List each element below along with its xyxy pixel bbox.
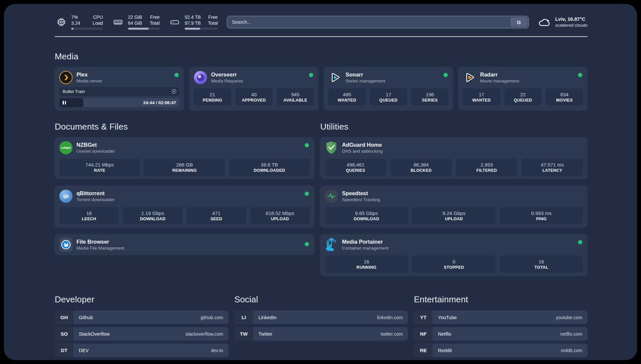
plex-card[interactable]: Plex Media server Bullet Train — [55, 67, 184, 110]
sonarr-description: Series management — [346, 78, 385, 84]
link-twitter[interactable]: TW Twitter twitter.com — [234, 327, 408, 341]
plex-description: Media server — [76, 78, 102, 84]
memory-values: 22 GiB 64 GiB — [128, 15, 142, 26]
overseerr-stat-approved: 40 APPROVED — [235, 88, 273, 106]
nzbget-name: NZBGet — [76, 141, 115, 148]
linkedin-abbr: LI — [234, 311, 253, 324]
adguard-stat-queries: 498,461 QUERIES — [325, 159, 386, 176]
nzbget-stat-downloaded: 39.6 TB DOWNLOADED — [229, 159, 310, 176]
filebrowser-icon — [59, 238, 73, 251]
adguard-icon — [325, 141, 338, 154]
overseerr-status-dot — [309, 73, 313, 77]
speedtest-stat-upload: 9.24 Gbps UPLOAD — [412, 207, 495, 224]
media-section-title: Media — [55, 51, 588, 62]
sonarr-icon — [328, 71, 342, 84]
qbittorrent-name: qBittorrent — [76, 190, 115, 197]
adguard-card[interactable]: AdGuard Home DNS and adblocking 498,461 … — [320, 137, 588, 179]
utilities-section-title: Utilities — [320, 122, 588, 132]
adguard-stat-blocked: 86,384 BLOCKED — [390, 159, 452, 176]
dev-abbr: DT — [55, 344, 74, 357]
link-netflix[interactable]: NF Netflix netflix.com — [414, 327, 588, 341]
adguard-stat-latency: 47.571 ms LATENCY — [522, 159, 583, 176]
portainer-status-dot — [578, 240, 582, 244]
link-youtube[interactable]: YT YouTube youtube.com — [414, 311, 588, 324]
link-github[interactable]: GH Github github.com — [55, 311, 229, 324]
overseerr-card[interactable]: Overseerr Media Requests 21 PENDING 40 A… — [189, 67, 319, 110]
qbittorrent-icon: qb — [59, 190, 73, 203]
sonarr-card[interactable]: Sonarr Series management 485 WANTED 17 Q… — [324, 67, 453, 110]
qbittorrent-description: Torrent downloader — [76, 197, 115, 203]
adguard-name: AdGuard Home — [342, 141, 382, 148]
sonarr-stat-series: 196 SERIES — [411, 88, 448, 106]
portainer-icon — [325, 238, 338, 251]
link-stackoverflow[interactable]: SO StackOverflow stackoverflow.com — [55, 327, 229, 341]
overseerr-stat-pending: 21 PENDING — [194, 88, 231, 106]
radarr-icon — [463, 71, 476, 84]
overseerr-description: Media Requests — [211, 78, 243, 84]
link-reddit[interactable]: RE Reddit reddit.com — [414, 344, 588, 357]
radarr-card[interactable]: Radarr Movie management 17 WANTED 22 QUE… — [458, 67, 588, 110]
qbittorrent-stat-seed: 471 SEED — [187, 207, 246, 224]
github-abbr: GH — [55, 311, 74, 324]
radarr-stat-wanted: 17 WANTED — [463, 88, 500, 106]
portainer-name: Media Portainer — [342, 238, 388, 245]
overseerr-stat-available: 945 AVAILABLE — [277, 88, 314, 106]
social-section-title: Social — [234, 294, 408, 305]
portainer-card[interactable]: Media Portainer Container management 16 … — [320, 234, 588, 276]
adguard-description: DNS and adblocking — [342, 148, 382, 154]
now-playing-row: Bullet Train — [59, 87, 179, 96]
speedtest-description: Speedtest Tracking — [342, 197, 380, 203]
radarr-name: Radarr — [480, 71, 519, 78]
cloud-icon — [538, 15, 551, 29]
social-section: Social LI LinkedIn linkedin.com TW Twitt… — [234, 294, 408, 357]
utilities-section: Utilities AdGuard Home DNS and adblockin… — [320, 122, 588, 276]
link-dev[interactable]: DT DEV dev.to — [55, 344, 229, 357]
speedtest-icon — [325, 190, 338, 203]
entertainment-section: Entertainment YT YouTube youtube.com NF … — [414, 294, 588, 357]
disk-labels: Free Total — [208, 15, 218, 26]
portainer-description: Container management — [342, 245, 388, 251]
radarr-stat-movies: 834 MOVIES — [546, 88, 583, 106]
documents-section-title: Documents & Files — [55, 122, 314, 132]
qbittorrent-stat-upload: 618.52 Mbps UPLOAD — [250, 207, 310, 224]
memory-labels: Free Total — [150, 15, 160, 26]
cpu-labels: CPU Load — [93, 15, 103, 26]
sonarr-status-dot — [443, 73, 448, 77]
dashboard-page: 7% 3.24 CPU Load — [4, 4, 637, 360]
search-engine-button[interactable]: G — [510, 17, 528, 27]
filebrowser-description: Media File Management — [76, 245, 124, 251]
radarr-description: Movie management — [480, 78, 519, 84]
developer-section: Developer GH Github github.com SO StackO… — [55, 294, 229, 357]
pause-button[interactable] — [63, 101, 66, 105]
qbittorrent-stat-leech: 16 LEECH — [59, 207, 119, 224]
overseerr-name: Overseerr — [211, 71, 243, 78]
portainer-stat-total: 16 TOTAL — [500, 256, 583, 273]
speedtest-stat-download: 9.65 Gbps DOWNLOAD — [325, 207, 408, 224]
speedtest-name: Speedtest — [342, 190, 380, 197]
memory-metric: 22 GiB 64 GiB Free Total — [111, 15, 160, 30]
qbittorrent-stat-download: 1.19 Gbps DOWNLOAD — [123, 207, 182, 224]
reddit-abbr: RE — [414, 344, 433, 357]
speedtest-card[interactable]: Speedtest Speedtest Tracking 9.65 Gbps D… — [320, 186, 588, 228]
sonarr-stat-wanted: 485 WANTED — [328, 88, 366, 106]
qbittorrent-card[interactable]: qb qBittorrent Torrent downloader 16 LEE… — [55, 186, 314, 228]
top-bar: 7% 3.24 CPU Load — [55, 15, 588, 30]
nzbget-description: Usenet downloader — [76, 148, 115, 154]
link-linkedin[interactable]: LI LinkedIn linkedin.com — [234, 311, 408, 324]
search-input[interactable] — [232, 19, 510, 25]
search-bar: G — [227, 16, 529, 28]
header-divider — [55, 36, 588, 37]
disk-values: 52.4 TB 97.9 TB — [185, 15, 201, 26]
filebrowser-card[interactable]: File Browser Media File Management — [55, 234, 314, 255]
cpu-progress-bar — [71, 28, 103, 30]
overseerr-icon — [194, 71, 207, 84]
weather-widget: Lviv, 16.87°C scattered clouds — [538, 15, 588, 29]
speedtest-stat-ping: 0.993 ms PING — [500, 207, 583, 224]
stackoverflow-abbr: SO — [55, 327, 74, 341]
cpu-icon — [55, 15, 68, 29]
playback-progress-bar: 24:44 / 02:06:47 — [59, 98, 179, 107]
twitter-abbr: TW — [234, 327, 253, 341]
youtube-abbr: YT — [414, 311, 433, 324]
nzbget-card[interactable]: nzbget NZBGet Usenet downloader 744.21 M… — [55, 137, 314, 179]
settings-icon[interactable] — [171, 89, 177, 94]
